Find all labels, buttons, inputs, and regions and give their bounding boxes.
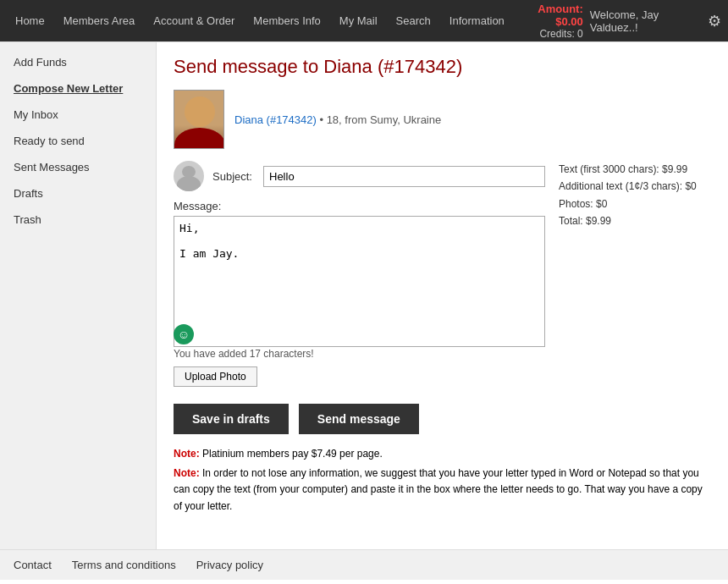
sidebar-sent-messages[interactable]: Sent Messages: [0, 154, 156, 180]
pricing-section: Text (first 3000 chars): $9.99 Additiona…: [559, 161, 711, 387]
form-left: Subject: Message: Hi, I am Jay. ☺ You ha…: [174, 161, 545, 387]
pricing-line2: Additional text (1¢/3 chars): $0: [559, 178, 711, 195]
note2: Note: In order to not lose any informati…: [174, 466, 711, 515]
nav-members-info[interactable]: Members Info: [245, 9, 328, 32]
sidebar-ready-to-send[interactable]: Ready to send: [0, 128, 156, 154]
compose-avatar: [174, 161, 204, 191]
sidebar-my-inbox[interactable]: My Inbox: [0, 102, 156, 128]
subject-row: Subject:: [174, 161, 545, 191]
send-message-button[interactable]: Send message: [299, 404, 419, 434]
footer-contact[interactable]: Contact: [14, 559, 52, 571]
profile-link[interactable]: Diana (#174342): [234, 113, 317, 126]
content-area: Send message to Diana (#174342) Diana (#…: [157, 42, 728, 549]
message-label: Message:: [174, 200, 545, 212]
footer-terms[interactable]: Terms and conditions: [72, 559, 176, 571]
main-layout: Add Funds Compose New Letter My Inbox Re…: [0, 41, 728, 549]
footer-privacy[interactable]: Privacy policy: [196, 559, 263, 571]
amount-credits-block: Amount: $0.00 Credits: 0: [513, 3, 583, 40]
profile-info: • 18, from Sumy, Ukraine: [317, 113, 441, 126]
pricing-info: Text (first 3000 chars): $9.99 Additiona…: [559, 161, 711, 230]
action-buttons: Save in drafts Send message: [174, 404, 711, 434]
profile-photo: [174, 90, 224, 149]
emoji-button[interactable]: ☺: [174, 324, 194, 344]
note1: Note: Platinium members pay $7.49 per pa…: [174, 446, 711, 462]
save-drafts-button[interactable]: Save in drafts: [174, 404, 289, 434]
subject-label: Subject:: [212, 170, 255, 183]
form-section: Subject: Message: Hi, I am Jay. ☺ You ha…: [174, 161, 711, 387]
amount-label: Amount: $0.00: [513, 3, 583, 28]
subject-input[interactable]: [263, 166, 545, 187]
pricing-line1: Text (first 3000 chars): $9.99: [559, 161, 711, 178]
note1-bold: Note:: [174, 448, 200, 460]
sidebar-add-funds[interactable]: Add Funds: [0, 49, 156, 75]
welcome-text: Welcome, Jay Valduez..!: [590, 8, 701, 34]
note1-text: Platinium members pay $7.49 per page.: [200, 448, 383, 460]
sidebar-drafts[interactable]: Drafts: [0, 180, 156, 207]
nav-links: Home Members Area Account & Order Member…: [7, 9, 513, 32]
notes-section: Note: Platinium members pay $7.49 per pa…: [174, 446, 711, 515]
note2-bold: Note:: [174, 467, 200, 479]
pricing-line3: Photos: $0: [559, 196, 711, 212]
profile-image: [174, 90, 223, 149]
sidebar: Add Funds Compose New Letter My Inbox Re…: [0, 42, 157, 549]
pricing-total: Total: $9.99: [559, 212, 711, 229]
char-count: You have added 17 characters!: [174, 348, 545, 360]
credits-label: Credits: 0: [513, 28, 583, 40]
footer: Contact Terms and conditions Privacy pol…: [0, 549, 728, 580]
page-title: Send message to Diana (#174342): [174, 56, 711, 78]
sidebar-compose-letter[interactable]: Compose New Letter: [0, 75, 156, 102]
note2-text: In order to not lose any information, we…: [174, 467, 703, 511]
nav-my-mail[interactable]: My Mail: [331, 9, 386, 32]
profile-row: Diana (#174342) • 18, from Sumy, Ukraine: [174, 90, 711, 149]
message-section: Message: Hi, I am Jay. ☺ You have added …: [174, 200, 545, 360]
top-navigation: Home Members Area Account & Order Member…: [0, 0, 728, 41]
nav-information[interactable]: Information: [441, 9, 513, 32]
nav-account-info: Amount: $0.00 Credits: 0 Welcome, Jay Va…: [513, 3, 721, 40]
nav-search[interactable]: Search: [388, 9, 439, 32]
nav-members-area[interactable]: Members Area: [55, 9, 144, 32]
nav-account-order[interactable]: Account & Order: [145, 9, 243, 32]
nav-home[interactable]: Home: [7, 9, 53, 32]
settings-icon[interactable]: ⚙: [708, 12, 721, 30]
profile-details: Diana (#174342) • 18, from Sumy, Ukraine: [234, 113, 441, 126]
upload-photo-button[interactable]: Upload Photo: [174, 366, 257, 387]
sidebar-trash[interactable]: Trash: [0, 207, 156, 233]
